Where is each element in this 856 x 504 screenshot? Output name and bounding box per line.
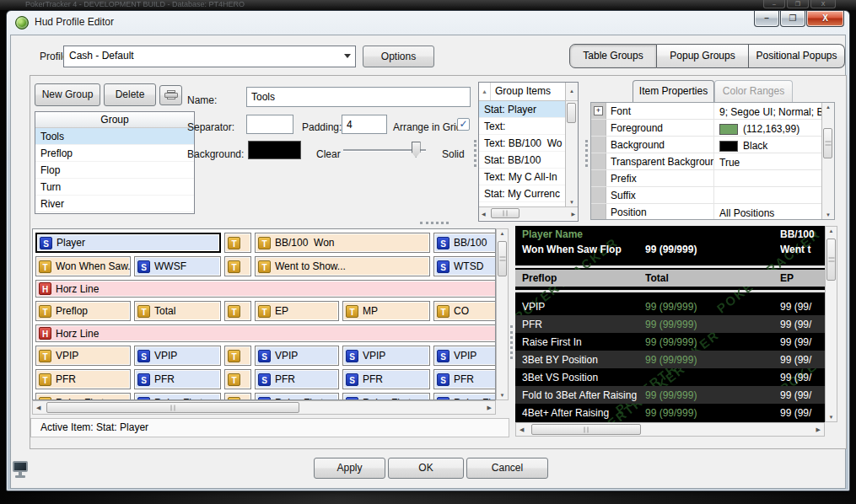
group-row[interactable]: Preflop [35,145,194,162]
layout-cell-text[interactable]: TPFR [35,369,131,389]
profile-combobox[interactable]: Cash - Default [63,46,356,67]
splitter-handle[interactable] [510,325,513,359]
ok-button[interactable]: OK [388,458,464,479]
scrollbar-thumb[interactable] [491,208,520,218]
new-group-button[interactable]: New Group [35,83,100,106]
separator-input[interactable] [246,115,293,134]
group-item-row[interactable]: Stat: BB/100 [479,152,565,169]
scrollbar-thumb[interactable] [531,424,641,435]
scroll-right-arrow-icon[interactable]: ▶ [571,211,575,217]
layout-cell-stat[interactable]: SRaise First... [255,393,339,400]
group-item-row[interactable]: Text: [479,118,565,135]
property-row[interactable]: Foreground(112,163,99) [591,120,821,137]
scroll-up-arrow-icon[interactable]: ▲ [565,83,578,100]
layout-cell-stat[interactable]: SVPIP [342,346,430,366]
property-row[interactable]: PositionAll Positions [591,204,821,220]
properties-vscrollbar[interactable]: ▲ ▼ [821,103,834,219]
print-button[interactable] [159,85,182,105]
layout-cell-stat[interactable]: SRaise First... [342,393,430,400]
layout-cell-ticon[interactable]: T [224,393,251,400]
layout-cell-text[interactable]: TRaise First... [35,393,131,400]
scrollbar-thumb[interactable] [823,128,832,158]
apply-button[interactable]: Apply [314,458,385,479]
layout-cell-text[interactable]: TBB/100 Won [255,233,430,253]
scroll-down-arrow-icon[interactable]: ▼ [566,200,578,205]
group-item-row[interactable]: Stat: Player [479,101,565,118]
layout-cell-stat[interactable]: SVPIP [255,346,339,366]
scroll-left-arrow-icon[interactable]: ◀ [520,426,524,433]
cancel-button[interactable]: Cancel [466,458,548,479]
layout-cell-stat[interactable]: SRaise First... [134,393,221,400]
preview-vscrollbar[interactable]: ▲ ▼ [825,226,837,422]
layout-cell-text[interactable]: TPreflop [35,301,131,321]
group-list-header[interactable]: Group [35,112,194,128]
name-input[interactable] [246,87,471,107]
layout-cell-ticon[interactable]: T [224,301,251,321]
tab-table-groups[interactable]: Table Groups [569,44,657,68]
layout-cell-stat[interactable]: SPlayer [35,233,221,253]
layout-cell-ticon[interactable]: T [224,233,251,253]
layout-cell-stat[interactable]: SVPIP [433,346,496,366]
expand-plus-icon[interactable]: + [594,106,603,115]
scrollbar-thumb[interactable] [567,103,576,123]
layout-cell-stat[interactable]: SPFR [433,369,496,389]
layout-cell-stat[interactable]: SPFR [342,369,430,389]
group-list[interactable]: Group ToolsPreflopFlopTurnRiver [35,111,195,214]
scrollbar-thumb[interactable] [826,239,836,281]
minimize-button[interactable]: – [754,11,779,27]
layout-cell-stat[interactable]: SRaise Fir... [433,393,496,400]
layout-cell-text[interactable]: TEP [255,301,339,321]
group-row[interactable]: Flop [35,162,194,179]
layout-cell-text[interactable]: TTotal [134,301,221,321]
splitter-handle[interactable] [474,140,476,167]
preview-hscrollbar[interactable]: ◀ ▶ [515,422,825,437]
layout-cell-stat[interactable]: SPFR [134,369,221,389]
slider-thumb[interactable] [412,142,421,158]
property-row[interactable]: BackgroundBlack [591,137,821,153]
sort-ascending-icon[interactable]: ▲ [479,83,491,100]
property-row[interactable]: +Font9; Segoe UI; Normal; Bo [591,103,821,120]
group-items-list[interactable]: ▲ Group Items ▲ Stat: PlayerText:Text: B… [478,82,579,222]
group-items-header[interactable]: Group Items [491,83,565,100]
scroll-down-arrow-icon[interactable]: ▼ [822,212,834,217]
scroll-right-arrow-icon[interactable]: ▶ [816,426,821,433]
background-color-swatch[interactable] [248,141,301,159]
layout-cell-text[interactable]: TWent to Show... [255,256,430,276]
restore-button[interactable]: ❐ [780,11,805,27]
tab-popup-groups[interactable]: Popup Groups [657,44,749,68]
arrange-in-grid-checkbox[interactable]: ✓ [457,118,470,131]
scroll-up-arrow-icon[interactable]: ▲ [822,105,834,110]
group-row[interactable]: Turn [35,179,194,196]
parent-close-button[interactable]: X [810,0,836,8]
hud-layout-canvas[interactable]: SPlayerTTBB/100 WonSBB/100TWon When Saw.… [32,228,496,400]
group-item-row[interactable]: Stat: My Currenc [479,185,565,202]
delete-group-button[interactable]: Delete [104,83,156,106]
dialog-titlebar[interactable]: Hud Profile Editor – ❐ X [7,11,849,35]
group-item-row[interactable]: Text: My C All-In [479,169,565,185]
layout-cell-horz[interactable]: HHorz Line [35,324,496,342]
tab-positional-popups[interactable]: Positional Popups [749,44,845,68]
close-button[interactable]: X [806,11,844,27]
canvas-vscrollbar[interactable]: ▲ ▼ [496,228,509,400]
layout-cell-stat[interactable]: SPFR [255,369,339,389]
scroll-left-arrow-icon[interactable]: ◀ [36,405,40,411]
padding-input[interactable] [342,115,387,134]
group-items-vscrollbar[interactable]: ▼ [565,101,578,206]
opacity-slider[interactable] [343,141,438,159]
scroll-down-arrow-icon[interactable]: ▼ [497,393,508,398]
parent-restore-button[interactable]: ❐ [787,0,809,8]
layout-cell-text[interactable]: TVPIP [35,346,131,366]
layout-cell-text[interactable]: TWon When Saw... [35,256,131,276]
group-row[interactable]: Tools [35,128,194,145]
splitter-handle[interactable] [420,222,449,224]
layout-cell-horz[interactable]: HHorz Line [35,280,496,298]
tab-item-properties[interactable]: Item Properties [633,80,714,103]
group-items-hscrollbar[interactable]: ◀ ▶ [479,206,578,220]
options-button[interactable]: Options [363,46,434,67]
scrollbar-thumb[interactable] [46,402,299,413]
layout-cell-ticon[interactable]: T [224,369,251,389]
layout-cell-stat[interactable]: SVPIP [134,346,221,366]
layout-cell-ticon[interactable]: T [224,346,251,366]
layout-cell-text[interactable]: TMP [342,301,430,321]
splitter-handle[interactable] [585,140,588,167]
